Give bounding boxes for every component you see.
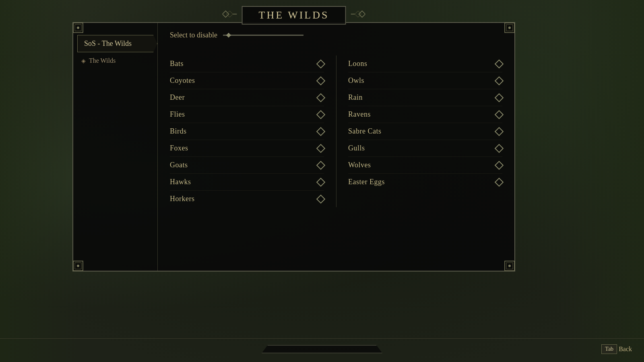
slider-track[interactable] <box>223 35 303 36</box>
item-name: Loons <box>348 60 367 68</box>
svg-marker-17 <box>359 11 365 17</box>
item-name: Easter Eggs <box>348 178 385 186</box>
item-name: Horkers <box>170 195 194 203</box>
list-item[interactable]: Sabre Cats <box>348 123 502 140</box>
item-name: Sabre Cats <box>348 127 381 136</box>
toggle-diamond[interactable] <box>316 127 326 136</box>
list-item[interactable]: Easter Eggs <box>348 174 502 190</box>
toggle-diamond[interactable] <box>316 76 326 85</box>
svg-marker-13 <box>227 11 233 17</box>
item-name: Gulls <box>348 144 365 152</box>
title-ornament-right <box>351 9 365 21</box>
toggle-diamond[interactable] <box>495 127 504 136</box>
toggle-diamond[interactable] <box>495 93 504 102</box>
toggle-diamond[interactable] <box>316 194 326 204</box>
item-name: Flies <box>170 110 185 119</box>
list-item[interactable]: Foxes <box>170 140 324 157</box>
list-item[interactable]: Wolves <box>348 157 502 174</box>
list-item[interactable]: Birds <box>170 123 324 140</box>
item-name: Goats <box>170 161 188 169</box>
list-item[interactable]: Owls <box>348 72 502 89</box>
tab-back: Tab Back <box>601 344 632 354</box>
item-name: Foxes <box>170 144 188 152</box>
sidebar-sub-icon: ◈ <box>81 58 86 64</box>
svg-marker-16 <box>355 11 361 17</box>
select-disable-row: Select to disable <box>170 31 502 43</box>
svg-marker-12 <box>223 11 229 17</box>
title-box: THE WILDS <box>242 6 346 25</box>
toggle-diamond[interactable] <box>495 144 504 153</box>
column-left: Bats Coyotes Deer Flies Birds Foxes Goat… <box>170 56 336 207</box>
sidebar: SoS - The Wilds ◈ The Wilds <box>73 23 158 271</box>
list-item[interactable]: Hawks <box>170 174 324 191</box>
item-name: Deer <box>170 93 185 102</box>
select-disable-label: Select to disable <box>170 31 217 39</box>
toggle-diamond[interactable] <box>495 59 504 68</box>
item-name: Coyotes <box>170 76 195 85</box>
column-right: Loons Owls Rain Ravens Sabre Cats Gulls … <box>336 56 502 207</box>
slider-handle[interactable] <box>226 33 231 38</box>
toggle-diamond[interactable] <box>495 76 504 85</box>
item-name: Hawks <box>170 178 191 186</box>
item-name: Ravens <box>348 110 371 119</box>
list-item[interactable]: Goats <box>170 157 324 174</box>
toggle-diamond[interactable] <box>316 177 326 187</box>
toggle-diamond[interactable] <box>495 177 504 187</box>
list-item[interactable]: Horkers <box>170 191 324 207</box>
toggle-diamond[interactable] <box>316 144 326 153</box>
bg-left <box>0 0 80 362</box>
list-item[interactable]: Rain <box>348 89 502 106</box>
item-name: Birds <box>170 127 187 136</box>
main-panel: THE WILDS SoS - The Wilds ◈ The Wilds Se… <box>72 22 515 272</box>
bg-right <box>564 0 644 362</box>
title-ornament-left <box>223 9 237 21</box>
sidebar-active-item[interactable]: SoS - The Wilds <box>77 35 157 52</box>
toggle-diamond[interactable] <box>316 110 326 119</box>
back-label: Back <box>619 346 632 353</box>
item-name: Bats <box>170 60 184 68</box>
list-item[interactable]: Flies <box>170 106 324 123</box>
list-item[interactable]: Deer <box>170 89 324 106</box>
sidebar-sub-label: The Wilds <box>89 57 116 64</box>
toggle-diamond[interactable] <box>316 93 326 102</box>
content-area: Select to disable Bats Coyotes Deer Flie… <box>158 23 514 271</box>
items-grid: Bats Coyotes Deer Flies Birds Foxes Goat… <box>170 56 502 207</box>
sidebar-active-label: SoS - The Wilds <box>84 39 132 47</box>
sidebar-sub-item[interactable]: ◈ The Wilds <box>73 54 157 68</box>
list-item[interactable]: Gulls <box>348 140 502 157</box>
title-bar: THE WILDS <box>223 6 365 25</box>
tab-key[interactable]: Tab <box>601 344 617 354</box>
toggle-diamond[interactable] <box>316 160 326 170</box>
bottom-line <box>0 338 644 339</box>
list-item[interactable]: Ravens <box>348 106 502 123</box>
item-name: Owls <box>348 76 364 85</box>
list-item[interactable]: Bats <box>170 56 324 72</box>
list-item[interactable]: Loons <box>348 56 502 72</box>
list-item[interactable]: Coyotes <box>170 72 324 89</box>
toggle-diamond[interactable] <box>495 160 504 170</box>
page-title: THE WILDS <box>259 9 329 21</box>
toggle-diamond[interactable] <box>316 59 326 68</box>
bottom-ornament <box>262 345 382 353</box>
item-name: Rain <box>348 93 363 102</box>
item-name: Wolves <box>348 161 371 169</box>
toggle-diamond[interactable] <box>495 110 504 119</box>
